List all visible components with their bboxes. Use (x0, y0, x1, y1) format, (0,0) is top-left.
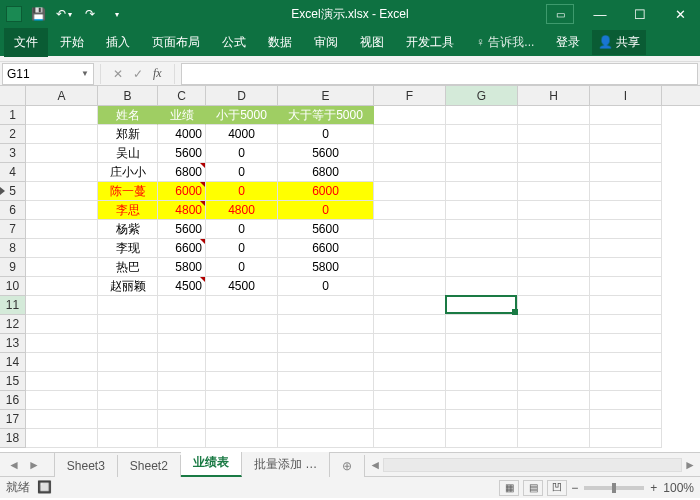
cell[interactable] (26, 144, 98, 163)
scroll-left-icon[interactable]: ◄ (369, 458, 381, 472)
cell[interactable] (374, 334, 446, 353)
sheet-nav[interactable]: ◄ ► (0, 458, 48, 472)
cell[interactable]: 吴山 (98, 144, 158, 163)
cell[interactable] (158, 410, 206, 429)
cell[interactable] (518, 277, 590, 296)
cell[interactable] (590, 201, 662, 220)
cell[interactable] (374, 182, 446, 201)
zoom-in-button[interactable]: + (650, 481, 657, 495)
cell[interactable] (590, 106, 662, 125)
cell[interactable] (590, 258, 662, 277)
row-header[interactable]: 9 (0, 258, 26, 277)
cell[interactable] (374, 163, 446, 182)
cell[interactable] (26, 410, 98, 429)
cell[interactable] (98, 353, 158, 372)
cell[interactable] (158, 353, 206, 372)
cell[interactable] (518, 296, 590, 315)
cell[interactable]: 6000 (278, 182, 374, 201)
cell[interactable]: 0 (278, 201, 374, 220)
cell[interactable] (446, 315, 518, 334)
cell[interactable]: 0 (206, 258, 278, 277)
cell[interactable]: 0 (278, 125, 374, 144)
cell[interactable] (590, 239, 662, 258)
cell[interactable]: 李现 (98, 239, 158, 258)
cell[interactable] (446, 353, 518, 372)
tell-me[interactable]: ♀ 告诉我... (466, 28, 544, 57)
row-header[interactable]: 2 (0, 125, 26, 144)
cell[interactable] (206, 334, 278, 353)
row-header[interactable]: 8 (0, 239, 26, 258)
cell[interactable] (446, 296, 518, 315)
cell[interactable] (446, 201, 518, 220)
row-header[interactable]: 18 (0, 429, 26, 448)
cell[interactable] (26, 277, 98, 296)
cell[interactable] (590, 353, 662, 372)
select-all-corner[interactable] (0, 86, 26, 105)
cell[interactable] (446, 144, 518, 163)
view-page-button[interactable]: ▤ (523, 480, 543, 496)
cell[interactable]: 6800 (278, 163, 374, 182)
cell[interactable]: 6600 (278, 239, 374, 258)
cell[interactable] (590, 220, 662, 239)
sheet-nav-prev-icon[interactable]: ◄ (8, 458, 20, 472)
cell[interactable] (98, 334, 158, 353)
cell[interactable] (374, 372, 446, 391)
maximize-button[interactable]: ☐ (620, 0, 660, 28)
row-header[interactable]: 16 (0, 391, 26, 410)
zoom-knob[interactable] (612, 483, 616, 493)
cell[interactable] (590, 334, 662, 353)
cell[interactable]: 5600 (278, 144, 374, 163)
spreadsheet-grid[interactable]: A B C D E F G H I 1姓名业绩小于5000大于等于50002郑新… (0, 86, 700, 452)
cell[interactable]: 6800 (158, 163, 206, 182)
cell[interactable] (278, 296, 374, 315)
cell[interactable] (590, 429, 662, 448)
cell[interactable]: 杨紫 (98, 220, 158, 239)
view-break-button[interactable]: 凹 (547, 480, 567, 496)
cell[interactable]: 小于5000 (206, 106, 278, 125)
cell[interactable] (98, 410, 158, 429)
cell[interactable] (590, 163, 662, 182)
cell[interactable]: 4800 (206, 201, 278, 220)
cell[interactable] (26, 201, 98, 220)
cell[interactable] (206, 410, 278, 429)
row-header[interactable]: 1 (0, 106, 26, 125)
tab-view[interactable]: 视图 (350, 28, 394, 57)
cell[interactable] (518, 391, 590, 410)
cell[interactable] (26, 258, 98, 277)
cell[interactable] (278, 372, 374, 391)
cell[interactable] (374, 125, 446, 144)
cell[interactable] (374, 391, 446, 410)
login-button[interactable]: 登录 (546, 28, 590, 57)
cell[interactable] (26, 353, 98, 372)
cell[interactable]: 4500 (206, 277, 278, 296)
confirm-formula-button[interactable]: ✓ (133, 67, 143, 81)
cell[interactable] (206, 353, 278, 372)
scroll-track[interactable] (383, 458, 682, 472)
share-button[interactable]: 👤共享 (592, 30, 646, 55)
scroll-right-icon[interactable]: ► (684, 458, 696, 472)
cell[interactable] (446, 220, 518, 239)
zoom-out-button[interactable]: − (571, 481, 578, 495)
cell[interactable] (374, 296, 446, 315)
new-sheet-button[interactable]: ⊕ (330, 455, 365, 477)
cell[interactable]: 5600 (158, 144, 206, 163)
cell[interactable]: 5800 (278, 258, 374, 277)
cell[interactable] (158, 296, 206, 315)
formula-input[interactable] (181, 63, 698, 85)
cell[interactable] (158, 372, 206, 391)
cell[interactable] (278, 391, 374, 410)
tab-formula[interactable]: 公式 (212, 28, 256, 57)
cell[interactable]: 5600 (278, 220, 374, 239)
cell[interactable]: 6000 (158, 182, 206, 201)
cell[interactable] (374, 144, 446, 163)
cell[interactable] (446, 106, 518, 125)
cell[interactable] (446, 372, 518, 391)
tab-data[interactable]: 数据 (258, 28, 302, 57)
cell[interactable] (518, 315, 590, 334)
tab-insert[interactable]: 插入 (96, 28, 140, 57)
cell[interactable] (158, 315, 206, 334)
cell[interactable] (518, 334, 590, 353)
cell[interactable] (590, 315, 662, 334)
cell[interactable]: 0 (206, 220, 278, 239)
undo-button[interactable]: ↶▾ (54, 4, 74, 24)
